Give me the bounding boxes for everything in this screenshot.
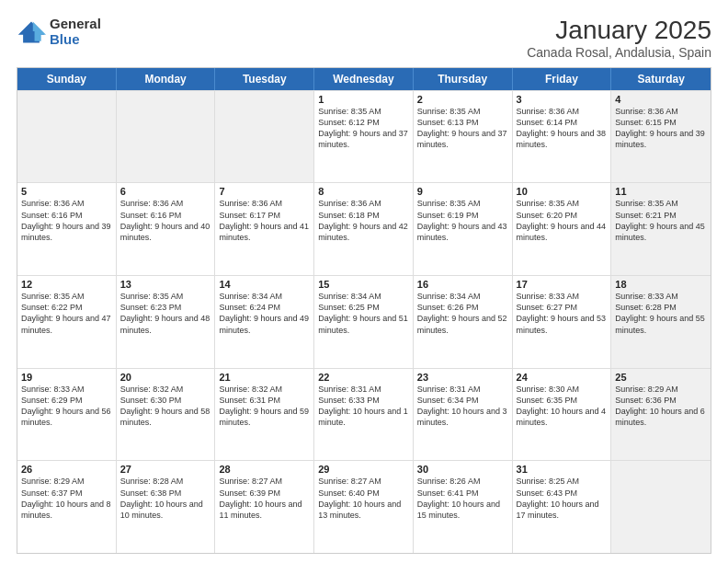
cell-text: Sunrise: 8:35 AM Sunset: 6:12 PM Dayligh… [318,106,409,151]
cell-text: Sunrise: 8:32 AM Sunset: 6:30 PM Dayligh… [120,384,211,429]
cell-text: Sunrise: 8:29 AM Sunset: 6:37 PM Dayligh… [21,476,112,521]
calendar-cell-8: 8Sunrise: 8:36 AM Sunset: 6:18 PM Daylig… [314,183,414,275]
cell-text: Sunrise: 8:28 AM Sunset: 6:38 PM Dayligh… [120,476,211,521]
day-number: 15 [318,279,409,290]
header: General Blue January 2025 Canada Rosal, … [17,17,711,60]
day-number: 30 [417,464,508,475]
calendar-cell-2: 2Sunrise: 8:35 AM Sunset: 6:13 PM Daylig… [414,91,513,183]
cell-text: Sunrise: 8:36 AM Sunset: 6:15 PM Dayligh… [615,106,707,151]
day-number: 21 [219,372,310,383]
calendar-row-0: 1Sunrise: 8:35 AM Sunset: 6:12 PM Daylig… [17,90,711,183]
day-number: 20 [120,372,211,383]
cell-text: Sunrise: 8:34 AM Sunset: 6:25 PM Dayligh… [318,291,409,336]
cell-text: Sunrise: 8:36 AM Sunset: 6:14 PM Dayligh… [517,106,608,151]
cell-text: Sunrise: 8:33 AM Sunset: 6:28 PM Dayligh… [615,291,707,336]
calendar-cell-empty-0-2 [215,91,314,183]
cell-text: Sunrise: 8:31 AM Sunset: 6:34 PM Dayligh… [417,384,508,429]
cell-text: Sunrise: 8:36 AM Sunset: 6:16 PM Dayligh… [120,198,211,243]
calendar-cell-9: 9Sunrise: 8:35 AM Sunset: 6:19 PM Daylig… [414,183,513,275]
cell-text: Sunrise: 8:25 AM Sunset: 6:43 PM Dayligh… [517,476,608,521]
day-number: 27 [120,464,211,475]
calendar-cell-empty-0-0 [17,91,117,183]
cell-text: Sunrise: 8:36 AM Sunset: 6:17 PM Dayligh… [219,198,310,243]
day-number: 12 [21,279,112,290]
page: General Blue January 2025 Canada Rosal, … [0,0,728,563]
calendar-cell-1: 1Sunrise: 8:35 AM Sunset: 6:12 PM Daylig… [314,91,414,183]
cell-text: Sunrise: 8:26 AM Sunset: 6:41 PM Dayligh… [417,476,508,521]
day-number: 2 [417,94,508,105]
day-number: 26 [21,464,112,475]
cell-text: Sunrise: 8:35 AM Sunset: 6:23 PM Dayligh… [120,291,211,336]
calendar-cell-5: 5Sunrise: 8:36 AM Sunset: 6:16 PM Daylig… [17,183,117,275]
day-number: 17 [517,279,608,290]
cell-text: Sunrise: 8:29 AM Sunset: 6:36 PM Dayligh… [615,384,707,429]
svg-marker-1 [33,21,46,40]
title-block: January 2025 Canada Rosal, Andalusia, Sp… [527,17,711,60]
calendar-cell-26: 26Sunrise: 8:29 AM Sunset: 6:37 PM Dayli… [17,461,117,553]
day-header-friday: Friday [513,68,612,90]
day-number: 7 [219,186,310,197]
cell-text: Sunrise: 8:34 AM Sunset: 6:26 PM Dayligh… [417,291,508,336]
calendar-cell-12: 12Sunrise: 8:35 AM Sunset: 6:22 PM Dayli… [17,276,117,368]
cell-text: Sunrise: 8:34 AM Sunset: 6:24 PM Dayligh… [219,291,310,336]
cell-text: Sunrise: 8:35 AM Sunset: 6:21 PM Dayligh… [615,198,707,243]
day-header-saturday: Saturday [611,68,711,90]
main-title: January 2025 [527,17,711,45]
day-number: 19 [21,372,112,383]
calendar-grid: 1Sunrise: 8:35 AM Sunset: 6:12 PM Daylig… [17,90,711,553]
cell-text: Sunrise: 8:35 AM Sunset: 6:19 PM Dayligh… [417,198,508,243]
calendar-cell-22: 22Sunrise: 8:31 AM Sunset: 6:33 PM Dayli… [314,369,414,461]
day-header-sunday: Sunday [17,68,117,90]
calendar-cell-3: 3Sunrise: 8:36 AM Sunset: 6:14 PM Daylig… [513,91,612,183]
day-headers: SundayMondayTuesdayWednesdayThursdayFrid… [17,68,711,90]
day-number: 25 [615,372,707,383]
calendar-row-4: 26Sunrise: 8:29 AM Sunset: 6:37 PM Dayli… [17,460,711,553]
calendar-cell-20: 20Sunrise: 8:32 AM Sunset: 6:30 PM Dayli… [117,369,216,461]
cell-text: Sunrise: 8:32 AM Sunset: 6:31 PM Dayligh… [219,384,310,429]
day-number: 16 [417,279,508,290]
day-number: 5 [21,186,112,197]
logo-blue-text: Blue [50,32,101,48]
calendar-cell-empty-4-6 [611,461,711,553]
calendar-cell-empty-0-1 [117,91,216,183]
calendar-cell-25: 25Sunrise: 8:29 AM Sunset: 6:36 PM Dayli… [611,369,711,461]
calendar-cell-23: 23Sunrise: 8:31 AM Sunset: 6:34 PM Dayli… [414,369,513,461]
day-number: 1 [318,94,409,105]
day-number: 29 [318,464,409,475]
calendar-cell-15: 15Sunrise: 8:34 AM Sunset: 6:25 PM Dayli… [314,276,414,368]
day-number: 13 [120,279,211,290]
day-number: 4 [615,94,707,105]
cell-text: Sunrise: 8:31 AM Sunset: 6:33 PM Dayligh… [318,384,409,429]
day-number: 3 [517,94,608,105]
calendar-cell-7: 7Sunrise: 8:36 AM Sunset: 6:17 PM Daylig… [215,183,314,275]
day-header-wednesday: Wednesday [314,68,414,90]
calendar-cell-31: 31Sunrise: 8:25 AM Sunset: 6:43 PM Dayli… [513,461,612,553]
cell-text: Sunrise: 8:35 AM Sunset: 6:20 PM Dayligh… [517,198,608,243]
day-header-tuesday: Tuesday [215,68,314,90]
cell-text: Sunrise: 8:35 AM Sunset: 6:13 PM Dayligh… [417,106,508,151]
calendar-cell-30: 30Sunrise: 8:26 AM Sunset: 6:41 PM Dayli… [414,461,513,553]
calendar-cell-11: 11Sunrise: 8:35 AM Sunset: 6:21 PM Dayli… [611,183,711,275]
calendar-cell-29: 29Sunrise: 8:27 AM Sunset: 6:40 PM Dayli… [314,461,414,553]
cell-text: Sunrise: 8:33 AM Sunset: 6:27 PM Dayligh… [517,291,608,336]
calendar-cell-17: 17Sunrise: 8:33 AM Sunset: 6:27 PM Dayli… [513,276,612,368]
calendar-cell-19: 19Sunrise: 8:33 AM Sunset: 6:29 PM Dayli… [17,369,117,461]
calendar-cell-10: 10Sunrise: 8:35 AM Sunset: 6:20 PM Dayli… [513,183,612,275]
calendar-cell-14: 14Sunrise: 8:34 AM Sunset: 6:24 PM Dayli… [215,276,314,368]
cell-text: Sunrise: 8:30 AM Sunset: 6:35 PM Dayligh… [517,384,608,429]
calendar-cell-18: 18Sunrise: 8:33 AM Sunset: 6:28 PM Dayli… [611,276,711,368]
day-number: 23 [417,372,508,383]
day-header-thursday: Thursday [414,68,513,90]
day-number: 11 [615,186,707,197]
calendar: SundayMondayTuesdayWednesdayThursdayFrid… [17,67,711,554]
calendar-cell-28: 28Sunrise: 8:27 AM Sunset: 6:39 PM Dayli… [215,461,314,553]
cell-text: Sunrise: 8:33 AM Sunset: 6:29 PM Dayligh… [21,384,112,429]
day-header-monday: Monday [117,68,216,90]
day-number: 24 [517,372,608,383]
cell-text: Sunrise: 8:27 AM Sunset: 6:39 PM Dayligh… [219,476,310,521]
logo-text: General Blue [50,17,101,47]
day-number: 10 [517,186,608,197]
calendar-cell-27: 27Sunrise: 8:28 AM Sunset: 6:38 PM Dayli… [117,461,216,553]
calendar-cell-21: 21Sunrise: 8:32 AM Sunset: 6:31 PM Dayli… [215,369,314,461]
sub-title: Canada Rosal, Andalusia, Spain [527,45,711,60]
